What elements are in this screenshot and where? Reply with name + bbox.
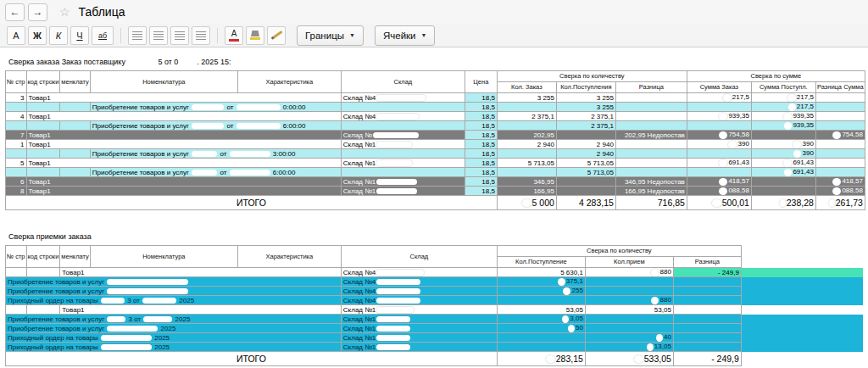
cell[interactable]: 166,95 (497, 187, 556, 196)
cell[interactable]: Склад №4 (341, 296, 497, 305)
cell[interactable]: 18,5 (465, 121, 497, 131)
cell[interactable] (585, 324, 673, 333)
cell[interactable]: 691,43 (751, 168, 815, 177)
cell[interactable] (497, 333, 585, 343)
cell[interactable]: Товар1 (60, 268, 342, 277)
borders-dropdown[interactable]: Границы ▼ (297, 25, 364, 46)
header-cell[interactable]: менклату (60, 71, 91, 93)
bold-button[interactable]: Ж (28, 26, 47, 45)
cell[interactable]: Склад №1 (341, 315, 497, 324)
forward-button[interactable]: → (28, 3, 47, 21)
align-left-button[interactable] (128, 26, 147, 45)
cell[interactable] (815, 93, 865, 103)
cell[interactable] (687, 168, 751, 177)
cell[interactable]: Приходный ордер на товары 2025 (6, 333, 342, 343)
cell[interactable]: Приобретение товаров и услуг (6, 277, 342, 287)
cell[interactable] (815, 159, 865, 168)
cell[interactable]: 088,58 (687, 187, 751, 196)
italic-button[interactable]: К (49, 26, 68, 45)
cell[interactable]: 7 (6, 131, 27, 140)
cell[interactable]: 3 255 (556, 103, 615, 112)
header-cell[interactable]: Цена (465, 71, 497, 93)
cell[interactable]: 418,57 (687, 177, 751, 187)
cell[interactable] (751, 177, 815, 187)
cell[interactable]: 5 713,05 (556, 168, 615, 177)
cell[interactable]: 2 375,1 (556, 121, 615, 131)
header-cell[interactable]: Разница Сумма (815, 82, 865, 93)
cell[interactable]: 261,73 (815, 196, 865, 210)
cell[interactable]: Склад №4 (341, 112, 465, 121)
cell[interactable]: Товар1 (26, 159, 341, 168)
cell[interactable] (585, 277, 673, 287)
cell[interactable] (556, 131, 615, 140)
header-cell[interactable]: код строки (26, 71, 60, 93)
cell[interactable] (815, 121, 865, 131)
cell[interactable]: 346,95 (497, 177, 556, 187)
cell[interactable]: Товар1 (26, 131, 341, 140)
cell[interactable] (673, 333, 741, 343)
underline-button[interactable]: Ч (70, 26, 89, 45)
header-cell[interactable]: Кол. Заказ (497, 82, 556, 93)
cell[interactable] (6, 268, 27, 277)
cell[interactable] (673, 287, 741, 296)
cell[interactable]: Склад №1 (341, 343, 497, 352)
cell[interactable]: Приобретение товаров и услуг от 6:00:00 (90, 121, 341, 131)
header-cell[interactable]: Номенклатура (90, 71, 237, 93)
cell[interactable]: 754,58 (687, 131, 751, 140)
header-cell[interactable]: Разница (615, 82, 687, 93)
header-cell[interactable]: Кол.Поступление (497, 257, 585, 268)
cell[interactable] (673, 277, 741, 287)
cell[interactable]: 418,57 (815, 177, 865, 187)
cell[interactable]: 40 (585, 333, 673, 343)
cell[interactable] (497, 149, 556, 159)
cell[interactable] (687, 121, 751, 131)
cell[interactable]: Товар1 (26, 93, 341, 103)
cell[interactable] (497, 296, 585, 305)
cell[interactable] (815, 140, 865, 149)
fill-color-button[interactable] (246, 26, 264, 45)
cell[interactable] (60, 168, 91, 177)
cell[interactable]: 4 283,15 (556, 196, 615, 210)
cell[interactable] (556, 187, 615, 196)
cell[interactable] (497, 103, 556, 112)
header-cell[interactable]: Характеристика (237, 246, 341, 268)
cell[interactable] (615, 93, 687, 103)
cell[interactable]: 53,05 (585, 305, 673, 315)
cell[interactable] (60, 103, 91, 112)
font-color-button[interactable]: А (225, 26, 243, 45)
cell[interactable]: 754,58 (815, 131, 865, 140)
cell[interactable]: 2 375,1 (497, 112, 556, 121)
cell[interactable]: Склад №4 (341, 277, 497, 287)
cell[interactable] (341, 103, 465, 112)
header-cell[interactable]: Сверка по количеству (497, 246, 741, 257)
cell[interactable] (497, 343, 585, 352)
cell[interactable] (497, 168, 556, 177)
cell[interactable] (6, 149, 27, 159)
cell[interactable]: 716,85 (615, 196, 687, 210)
header-cell[interactable]: Разница (673, 257, 741, 268)
cell[interactable]: 202,95 Недопостав (615, 131, 687, 140)
cell[interactable]: 18,5 (465, 159, 497, 168)
align-center-button[interactable] (149, 26, 168, 45)
back-button[interactable]: ← (5, 3, 25, 21)
cell[interactable] (26, 168, 60, 177)
cell[interactable]: ИТОГО (6, 196, 498, 210)
cell[interactable] (6, 168, 27, 177)
cell[interactable] (615, 168, 687, 177)
cell[interactable] (673, 296, 741, 305)
header-cell[interactable]: Сумма Поступл. (751, 82, 815, 93)
cell[interactable]: Приобретение товаров и услуг (6, 287, 342, 296)
header-cell[interactable]: Сверка по количеству (497, 71, 687, 82)
cell[interactable] (615, 149, 687, 159)
cell[interactable]: 5 713,05 (556, 159, 615, 168)
header-cell[interactable]: Сумма Заказ (687, 82, 751, 93)
draw-button[interactable] (267, 26, 286, 45)
cell[interactable]: 238,28 (751, 196, 815, 210)
cell[interactable]: 202,95 (497, 131, 556, 140)
cell[interactable] (615, 159, 687, 168)
cell[interactable]: 5 (6, 159, 27, 168)
cell[interactable]: 2 940 (497, 140, 556, 149)
cell[interactable]: Приобретение товаров и услуг от 6:00:00 (90, 168, 341, 177)
cell[interactable] (585, 315, 673, 324)
cell[interactable] (60, 121, 91, 131)
